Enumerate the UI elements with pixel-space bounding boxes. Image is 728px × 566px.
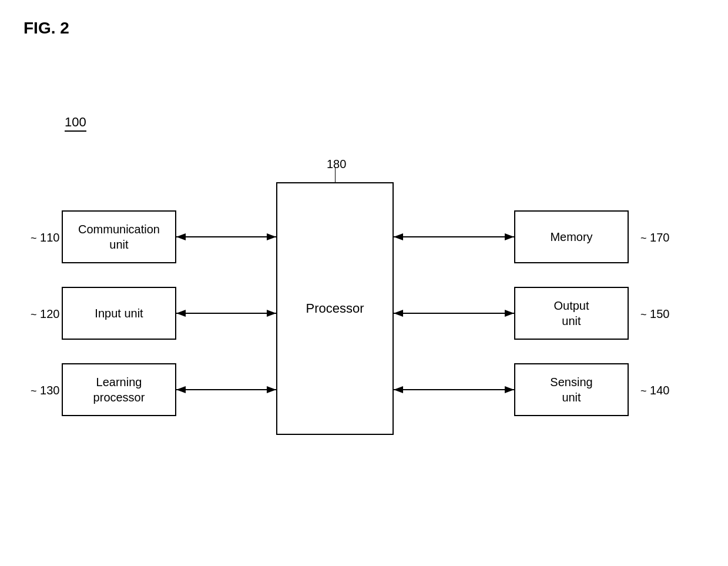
communication-unit-box: Communicationunit: [62, 210, 176, 263]
output-unit-label: Outputunit: [553, 298, 589, 329]
output-unit-box: Outputunit: [514, 287, 629, 340]
system-label: 100: [65, 115, 86, 132]
learning-processor-label: Learningprocessor: [93, 374, 145, 405]
sensing-unit-box: Sensingunit: [514, 363, 629, 416]
ref-label-110: ~ 110: [31, 231, 59, 245]
ref-label-150: ~ 150: [640, 307, 669, 321]
processor-tick: [335, 168, 336, 182]
processor-box: Processor: [276, 182, 394, 435]
learning-processor-box: Learningprocessor: [62, 363, 176, 416]
memory-label: Memory: [550, 229, 592, 245]
input-unit-box: Input unit: [62, 287, 176, 340]
memory-box: Memory: [514, 210, 629, 263]
communication-unit-label: Communicationunit: [78, 222, 160, 252]
figure-label: FIG. 2: [24, 19, 69, 38]
ref-label-130: ~ 130: [31, 384, 59, 397]
processor-label: Processor: [306, 301, 364, 316]
input-unit-label: Input unit: [95, 306, 143, 321]
ref-label-170: ~ 170: [640, 231, 669, 245]
processor-ref-label: 180: [327, 158, 346, 171]
ref-label-120: ~ 120: [31, 307, 59, 321]
sensing-unit-label: Sensingunit: [550, 374, 592, 405]
ref-label-140: ~ 140: [640, 384, 669, 397]
